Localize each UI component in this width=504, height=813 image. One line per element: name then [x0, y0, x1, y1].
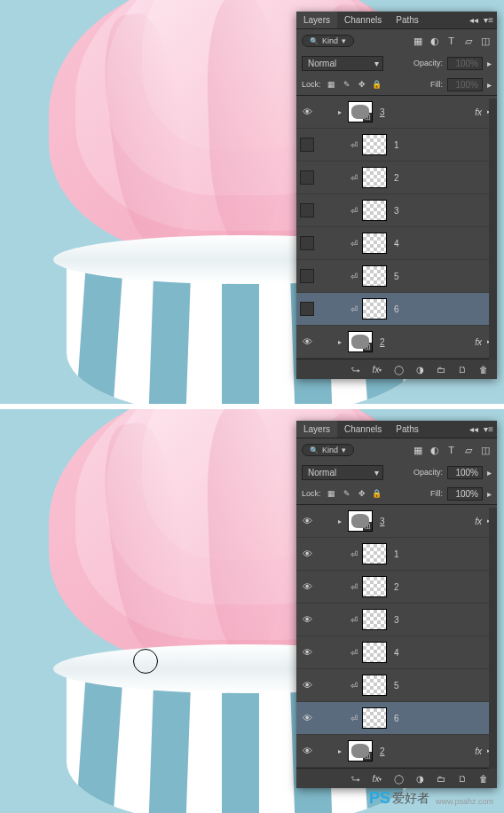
layer-thumbnail[interactable] — [362, 134, 387, 155]
scrollbar[interactable] — [489, 508, 497, 769]
lock-position-icon[interactable]: ✥ — [356, 487, 368, 500]
layer-list[interactable]: 👁▸◫3fx▸👁⏎1👁⏎2👁⏎3👁⏎4👁⏎5👁⏎6👁▸◫2fx▸ — [296, 95, 497, 359]
new-layer-icon[interactable]: 🗋 — [456, 363, 469, 375]
panel-menu-icon[interactable]: ▾≡ — [484, 15, 493, 25]
filter-smart-icon[interactable]: ◫ — [478, 444, 492, 457]
add-mask-icon[interactable]: ◯ — [392, 363, 405, 375]
layer-row[interactable]: 👁⏎6 — [296, 702, 497, 735]
filter-adjust-icon[interactable]: ◐ — [428, 35, 441, 48]
layer-row[interactable]: 👁⏎3 — [296, 194, 497, 227]
visibility-eye-icon[interactable]: 👁 — [300, 547, 314, 561]
filter-type-icon[interactable]: T — [445, 35, 458, 48]
layer-name[interactable]: 2 — [390, 582, 493, 592]
group-icon[interactable]: 🗀 — [435, 363, 447, 375]
filter-pixel-icon[interactable]: ▦ — [411, 35, 424, 48]
layer-thumbnail[interactable] — [362, 707, 387, 729]
filter-smart-icon[interactable]: ◫ — [478, 35, 492, 48]
lock-position-icon[interactable]: ✥ — [356, 78, 368, 91]
visibility-toggle[interactable] — [300, 302, 314, 316]
visibility-eye-icon[interactable]: 👁 — [300, 612, 314, 627]
layer-row[interactable]: 👁⏎4 — [296, 227, 497, 260]
layer-name[interactable]: 6 — [390, 304, 493, 314]
visibility-eye-icon[interactable]: 👁 — [300, 105, 314, 119]
layer-name[interactable]: 3 — [376, 517, 471, 526]
layer-thumbnail[interactable] — [362, 543, 387, 564]
fx-menu-icon[interactable]: fx▾ — [371, 772, 383, 785]
visibility-eye-icon[interactable]: 👁 — [300, 514, 314, 528]
layer-row[interactable]: 👁⏎6 — [296, 293, 497, 326]
layer-row[interactable]: 👁⏎1 — [296, 129, 497, 162]
layer-row[interactable]: 👁⏎5 — [296, 260, 497, 293]
fx-indicator[interactable]: fx — [475, 517, 484, 526]
disclosure-arrow-icon[interactable]: ▸ — [335, 108, 344, 116]
adjustment-icon[interactable]: ◑ — [413, 772, 426, 785]
filter-kind-dropdown[interactable]: Kind ▾ — [302, 35, 354, 47]
tab-layers[interactable]: Layers — [296, 421, 337, 438]
lock-transparent-icon[interactable]: ▦ — [326, 78, 338, 91]
lock-transparent-icon[interactable]: ▦ — [326, 487, 338, 500]
layer-name[interactable]: 3 — [376, 107, 471, 117]
layer-name[interactable]: 3 — [390, 206, 493, 216]
layer-thumbnail[interactable] — [362, 609, 387, 630]
lock-all-icon[interactable]: 🔒 — [371, 487, 383, 500]
blend-mode-dropdown[interactable]: Normal — [302, 56, 383, 71]
panel-menu-icon[interactable]: ▾≡ — [484, 424, 493, 434]
layer-name[interactable]: 2 — [376, 337, 471, 347]
fx-indicator[interactable]: fx — [475, 746, 484, 756]
layer-name[interactable]: 4 — [390, 239, 493, 249]
layer-row[interactable]: 👁▸◫3fx▸ — [296, 505, 497, 538]
tab-channels[interactable]: Channels — [337, 421, 389, 438]
layer-row[interactable]: 👁▸◫2fx▸ — [296, 735, 497, 768]
layer-thumbnail[interactable]: ◫ — [348, 101, 373, 122]
filter-pixel-icon[interactable]: ▦ — [411, 444, 424, 457]
visibility-eye-icon[interactable]: 👁 — [300, 645, 314, 659]
filter-shape-icon[interactable]: ▱ — [461, 35, 475, 48]
visibility-toggle[interactable] — [300, 269, 314, 283]
layer-name[interactable]: 6 — [390, 714, 493, 723]
layer-thumbnail[interactable] — [362, 233, 387, 254]
link-layers-icon[interactable]: ⮑ — [350, 363, 362, 375]
filter-shape-icon[interactable]: ▱ — [461, 444, 475, 457]
collapse-icon[interactable]: ◂◂ — [469, 15, 478, 25]
visibility-eye-icon[interactable]: 👁 — [300, 711, 314, 725]
layer-name[interactable]: 5 — [390, 681, 493, 691]
layer-row[interactable]: 👁▸◫2fx▸ — [296, 326, 497, 359]
layer-name[interactable]: 2 — [376, 746, 471, 756]
layer-row[interactable]: 👁▸◫3fx▸ — [296, 96, 497, 129]
layer-thumbnail[interactable] — [362, 298, 387, 320]
trash-icon[interactable]: 🗑 — [477, 772, 490, 785]
collapse-icon[interactable]: ◂◂ — [469, 424, 478, 434]
layer-list[interactable]: 👁▸◫3fx▸👁⏎1👁⏎2👁⏎3👁⏎4👁⏎5👁⏎6👁▸◫2fx▸ — [296, 504, 497, 769]
new-layer-icon[interactable]: 🗋 — [456, 772, 469, 785]
layer-row[interactable]: 👁⏎4 — [296, 636, 497, 669]
disclosure-arrow-icon[interactable]: ▸ — [335, 747, 344, 755]
opacity-flyout-icon[interactable]: ▸ — [487, 468, 492, 478]
tab-layers[interactable]: Layers — [296, 12, 337, 28]
visibility-eye-icon[interactable]: 👁 — [300, 580, 314, 594]
fx-indicator[interactable]: fx — [475, 337, 484, 347]
filter-kind-dropdown[interactable]: Kind ▾ — [302, 444, 354, 456]
layer-name[interactable]: 4 — [390, 648, 493, 658]
visibility-eye-icon[interactable]: 👁 — [300, 678, 314, 692]
trash-icon[interactable]: 🗑 — [477, 363, 490, 375]
lock-all-icon[interactable]: 🔒 — [371, 78, 383, 91]
group-icon[interactable]: 🗀 — [435, 772, 447, 785]
layer-thumbnail[interactable] — [362, 576, 387, 597]
layer-row[interactable]: 👁⏎3 — [296, 604, 497, 636]
layer-row[interactable]: 👁⏎2 — [296, 571, 497, 604]
fill-flyout-icon[interactable]: ▸ — [487, 80, 492, 90]
layer-row[interactable]: 👁⏎1 — [296, 538, 497, 571]
blend-mode-dropdown[interactable]: Normal — [302, 465, 383, 480]
opacity-flyout-icon[interactable]: ▸ — [487, 59, 492, 68]
visibility-toggle[interactable] — [300, 138, 314, 152]
layer-thumbnail[interactable] — [362, 265, 387, 287]
link-layers-icon[interactable]: ⮑ — [350, 772, 362, 785]
layer-name[interactable]: 1 — [390, 549, 493, 559]
fill-input[interactable]: 100% — [447, 78, 483, 91]
lock-pixels-icon[interactable]: ✎ — [341, 78, 353, 91]
fx-indicator[interactable]: fx — [475, 107, 484, 117]
visibility-toggle[interactable] — [300, 203, 314, 217]
layer-name[interactable]: 1 — [390, 140, 493, 150]
layer-thumbnail[interactable]: ◫ — [348, 331, 373, 352]
scrollbar[interactable] — [489, 99, 497, 359]
